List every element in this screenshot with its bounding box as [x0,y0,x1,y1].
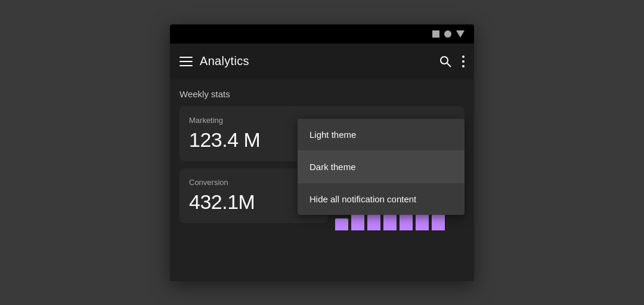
status-circle-icon [444,30,451,38]
dropdown-menu: Light theme Dark theme Hide all notifica… [298,119,465,215]
menu-button[interactable] [179,57,193,66]
bar-1 [335,218,348,230]
dark-theme-option[interactable]: Dark theme [298,151,465,183]
status-bar [170,24,474,44]
search-button[interactable] [438,54,453,69]
main-content: Weekly stats Marketing 123.4 M Conversio… [170,79,474,281]
section-title: Weekly stats [179,89,465,99]
bar-2 [351,214,364,230]
status-square-icon [432,30,439,38]
top-bar: Analytics [170,44,474,79]
more-button[interactable] [462,56,465,67]
svg-line-1 [447,63,451,67]
hide-notifications-option[interactable]: Hide all notification content [298,183,465,215]
light-theme-option[interactable]: Light theme [298,119,465,150]
phone-container: Analytics Weekly stats Marketing 123.4 M… [170,24,474,281]
svg-point-0 [441,57,448,64]
app-title: Analytics [200,54,431,68]
status-triangle-icon [456,30,465,38]
toolbar-actions [438,54,465,69]
